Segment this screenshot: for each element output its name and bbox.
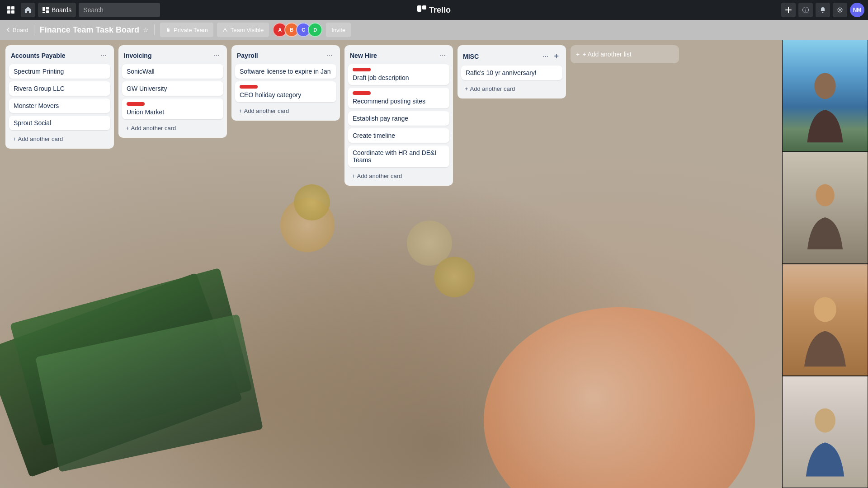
- card-draft-job-description[interactable]: Draft job description: [348, 64, 449, 85]
- apps-icon-button[interactable]: [4, 3, 18, 17]
- info-button[interactable]: i: [798, 3, 813, 17]
- list-misc: MISC ··· + Rafic's 10 yr anniversary! + …: [458, 45, 566, 99]
- card-recommend-posting-sites[interactable]: Recommend posting sites: [348, 88, 449, 108]
- svg-text:i: i: [805, 8, 806, 13]
- star-button[interactable]: ☆: [143, 26, 149, 33]
- card-coordinate-hr[interactable]: Coordinate with HR and DE&I Teams: [348, 145, 449, 167]
- add-card-label: Add another card: [244, 108, 289, 114]
- svg-rect-9: [422, 5, 426, 9]
- separator-1: [34, 24, 34, 35]
- private-team-label: Private Team: [174, 27, 208, 33]
- private-team-button[interactable]: Private Team: [160, 23, 213, 37]
- invite-button[interactable]: Invite: [326, 23, 351, 37]
- svg-rect-8: [417, 5, 421, 12]
- svg-rect-6: [46, 10, 49, 13]
- card-establish-pay-range[interactable]: Establish pay range: [348, 111, 449, 126]
- svg-rect-4: [42, 7, 45, 11]
- list-menu-button-accounts-payable[interactable]: ···: [99, 51, 108, 61]
- team-visible-button[interactable]: Team Visible: [217, 23, 269, 37]
- video-tile-3: [782, 264, 868, 376]
- svg-rect-7: [42, 12, 45, 13]
- list-menu-button-misc[interactable]: ···: [541, 52, 550, 61]
- add-card-button-misc[interactable]: + Add another card: [461, 83, 562, 95]
- card-label-red: [353, 91, 371, 95]
- card-text: Establish pay range: [353, 115, 408, 122]
- video-tile-1: [782, 40, 868, 152]
- card-label-red: [127, 102, 145, 106]
- list-menu-button-payroll[interactable]: ···: [325, 51, 335, 61]
- search-input[interactable]: [79, 3, 160, 17]
- user-initials: NM: [853, 7, 862, 13]
- notifications-button[interactable]: [816, 3, 830, 17]
- list-invoicing: Invoicing ··· SonicWall GW University Un…: [118, 45, 227, 138]
- add-card-label: Add another card: [18, 136, 63, 142]
- add-list-icon: +: [576, 51, 580, 58]
- card-text: Rafic's 10 yr anniversary!: [466, 69, 537, 76]
- list-menu-button-new-hire[interactable]: ···: [438, 51, 448, 61]
- coin-decoration-2: [294, 184, 330, 221]
- svg-rect-5: [46, 7, 49, 9]
- board-back-link[interactable]: Board: [5, 27, 28, 33]
- card-text: SonicWall: [127, 68, 155, 75]
- card-label-red: [353, 68, 371, 71]
- add-card-inline-misc[interactable]: +: [552, 51, 561, 62]
- home-icon-button[interactable]: [21, 3, 35, 17]
- card-rivera-group[interactable]: Rivera Group LLC: [9, 81, 110, 96]
- list-accounts-payable: Accounts Payable ··· Spectrum Printing R…: [5, 45, 114, 149]
- add-card-label: Add another card: [131, 125, 176, 131]
- boards-button[interactable]: Boards: [38, 3, 76, 17]
- create-button[interactable]: [781, 3, 796, 17]
- card-spectrum-printing[interactable]: Spectrum Printing: [9, 64, 110, 79]
- card-text: CEO holiday category: [240, 91, 301, 99]
- svg-point-18: [815, 408, 835, 433]
- boards-label: Boards: [52, 6, 71, 14]
- list-title-payroll: Payroll: [237, 52, 258, 59]
- card-ceo-holiday[interactable]: CEO holiday category: [235, 81, 336, 102]
- svg-rect-2: [7, 10, 10, 14]
- board-header: Board Finance Team Task Board ☆ Private …: [0, 20, 868, 40]
- list-header-accounts-payable: Accounts Payable ···: [9, 49, 110, 61]
- member-avatar-4[interactable]: D: [308, 23, 322, 37]
- card-text: Spectrum Printing: [14, 68, 64, 75]
- add-card-button-invoicing[interactable]: + Add another card: [122, 122, 223, 134]
- video-panel: [782, 40, 868, 488]
- board-back-label: Board: [13, 27, 28, 33]
- add-card-button-payroll[interactable]: + Add another card: [235, 105, 336, 117]
- list-menu-button-invoicing[interactable]: ···: [212, 51, 222, 61]
- card-sonicwall[interactable]: SonicWall: [122, 64, 223, 79]
- list-header-new-hire: New Hire ···: [348, 49, 449, 61]
- coin-decoration-4: [434, 257, 475, 297]
- add-list-button[interactable]: + + Add another list: [571, 45, 679, 63]
- list-title-misc: MISC: [463, 53, 479, 60]
- card-text: Coordinate with HR and DE&I Teams: [353, 149, 436, 164]
- add-card-button-accounts-payable[interactable]: + Add another card: [9, 133, 110, 145]
- user-avatar[interactable]: NM: [850, 3, 864, 17]
- add-card-label: Add another card: [357, 173, 402, 179]
- trello-logo: Trello: [417, 5, 451, 15]
- topbar-right-section: i NM: [781, 3, 864, 17]
- list-title-new-hire: New Hire: [350, 52, 377, 59]
- card-gw-university[interactable]: GW University: [122, 81, 223, 96]
- video-tile-4: [782, 376, 868, 488]
- list-header-invoicing: Invoicing ···: [122, 49, 223, 61]
- card-label-red: [240, 85, 258, 89]
- list-header-misc: MISC ··· +: [461, 49, 562, 63]
- add-list-label: + Add another list: [582, 51, 632, 58]
- list-payroll: Payroll ··· Software license to expire i…: [231, 45, 340, 121]
- card-software-license[interactable]: Software license to expire in Jan: [235, 64, 336, 79]
- settings-button[interactable]: [833, 3, 847, 17]
- card-create-timeline[interactable]: Create timeline: [348, 128, 449, 143]
- list-new-hire: New Hire ··· Draft job description Recom…: [344, 45, 453, 186]
- trello-wordmark: Trello: [429, 5, 451, 15]
- card-monster-movers[interactable]: Monster Movers: [9, 99, 110, 113]
- plus-icon: +: [239, 108, 242, 114]
- add-card-button-new-hire[interactable]: + Add another card: [348, 170, 449, 182]
- list-title-accounts-payable: Accounts Payable: [11, 52, 66, 59]
- topbar-left-section: Boards: [4, 3, 160, 17]
- svg-point-12: [839, 9, 841, 11]
- card-sprout-social[interactable]: Sprout Social: [9, 116, 110, 130]
- card-text: Create timeline: [353, 132, 395, 139]
- card-rafic-anniversary[interactable]: Rafic's 10 yr anniversary!: [461, 66, 562, 80]
- card-union-market[interactable]: Union Market: [122, 99, 223, 119]
- plus-icon: +: [465, 85, 468, 92]
